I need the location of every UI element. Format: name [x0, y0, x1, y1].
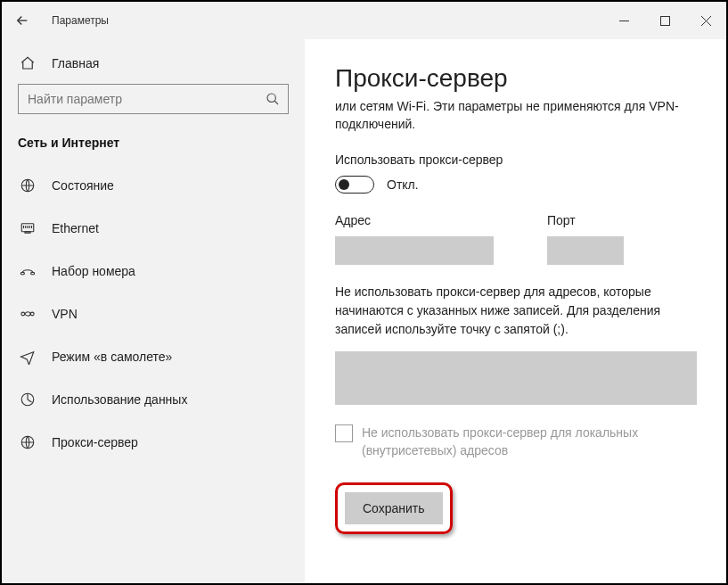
window-title: Параметры	[52, 14, 109, 27]
titlebar: Параметры	[2, 2, 726, 39]
nav-list: Состояние Ethernet Набор номера	[2, 164, 305, 464]
address-label: Адрес	[335, 213, 494, 227]
page-description: или сетям Wi-Fi. Эти параметры не примен…	[335, 98, 696, 133]
section-label: Сеть и Интернет	[2, 128, 305, 164]
nav-item-status[interactable]: Состояние	[2, 164, 305, 207]
datausage-icon	[18, 391, 37, 408]
nav-item-proxy[interactable]: Прокси-сервер	[2, 421, 305, 464]
airplane-icon	[18, 349, 37, 365]
search-wrap	[2, 84, 305, 128]
save-highlight: Сохранить	[335, 482, 453, 534]
nav-label: Использование данных	[52, 392, 187, 407]
nav-item-ethernet[interactable]: Ethernet	[2, 207, 305, 250]
vpn-icon	[18, 306, 37, 322]
content-area: Прокси-сервер или сетям Wi-Fi. Эти парам…	[305, 39, 726, 583]
bypass-description: Не использовать прокси-сервер для адресо…	[335, 283, 696, 339]
proxy-icon	[18, 434, 37, 450]
port-input[interactable]	[547, 236, 624, 265]
nav-item-vpn[interactable]: VPN	[2, 292, 305, 335]
nav-label: Ethernet	[52, 221, 99, 235]
maximize-button[interactable]	[644, 2, 685, 39]
search-box	[18, 84, 289, 114]
local-bypass-row: Не использовать прокси-сервер для локаль…	[335, 424, 696, 459]
close-button[interactable]	[685, 2, 726, 39]
nav-label: Режим «в самолете»	[52, 350, 172, 364]
page-title: Прокси-сервер	[335, 64, 696, 93]
back-button[interactable]	[14, 12, 39, 29]
svg-point-4	[267, 94, 275, 102]
sidebar: Главная Сеть и Интернет Состояние	[2, 39, 305, 583]
status-icon	[18, 177, 37, 194]
svg-point-16	[21, 312, 25, 316]
local-bypass-label: Не использовать прокси-сервер для локаль…	[362, 424, 696, 459]
nav-label: Набор номера	[52, 264, 135, 278]
window-controls	[603, 2, 726, 39]
use-proxy-toggle[interactable]	[335, 176, 374, 194]
nav-label: VPN	[52, 307, 78, 321]
nav-label: Состояние	[52, 178, 114, 193]
ethernet-icon	[18, 220, 37, 236]
port-label: Порт	[547, 213, 624, 227]
settings-window: Параметры Главная	[0, 0, 728, 585]
home-label: Главная	[52, 56, 99, 70]
use-proxy-label: Использовать прокси-сервер	[335, 152, 696, 167]
svg-rect-8	[25, 232, 30, 234]
window-body: Главная Сеть и Интернет Состояние	[2, 39, 726, 583]
toggle-knob	[339, 179, 349, 190]
minimize-button[interactable]	[603, 2, 644, 39]
bypass-textarea[interactable]	[335, 351, 697, 405]
search-icon	[266, 92, 280, 106]
svg-rect-15	[31, 273, 35, 275]
nav-item-airplane[interactable]: Режим «в самолете»	[2, 335, 305, 378]
svg-rect-1	[660, 16, 669, 25]
svg-point-17	[30, 312, 34, 316]
nav-item-datausage[interactable]: Использование данных	[2, 378, 305, 421]
toggle-row: Откл.	[335, 176, 696, 194]
svg-rect-14	[21, 273, 25, 275]
toggle-state: Откл.	[387, 177, 419, 192]
nav-item-dialup[interactable]: Набор номера	[2, 250, 305, 292]
address-input[interactable]	[335, 236, 494, 265]
home-link[interactable]: Главная	[2, 48, 305, 84]
dialup-icon	[18, 263, 37, 279]
nav-label: Прокси-сервер	[52, 435, 138, 449]
port-col: Порт	[547, 213, 624, 265]
local-bypass-checkbox[interactable]	[335, 424, 353, 442]
address-col: Адрес	[335, 213, 494, 265]
svg-line-5	[274, 101, 278, 104]
search-input[interactable]	[18, 84, 289, 114]
save-button[interactable]: Сохранить	[345, 492, 443, 524]
address-port-row: Адрес Порт	[335, 213, 696, 265]
home-icon	[18, 55, 37, 71]
